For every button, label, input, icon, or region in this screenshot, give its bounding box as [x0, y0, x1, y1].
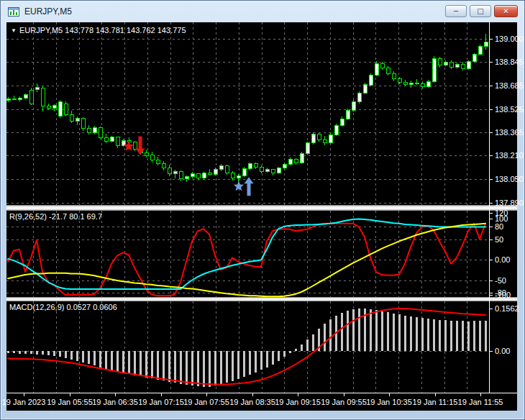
- time-tick: [206, 393, 207, 396]
- price-label: 138.210: [495, 151, 524, 160]
- price-label-tick: [490, 155, 493, 156]
- rci-level-label-tick: [490, 239, 493, 240]
- price-label: 138.525: [495, 105, 524, 114]
- price-label: 138.050: [495, 175, 524, 183]
- price-panel: ▼EURJPY,M5 143.778 143.781 143.762 143.7…: [6, 22, 489, 205]
- rci-level-label: 80: [495, 222, 503, 231]
- rci-line-2: [8, 219, 485, 289]
- time-tick: [435, 393, 436, 396]
- rci-level-label-tick: [490, 260, 493, 260]
- candlesticks: [6, 34, 488, 182]
- restore-button[interactable]: □: [470, 5, 491, 17]
- symbol-ohlc-text: EURJPY,M5 143.778 143.781 143.762 143.77…: [19, 26, 186, 35]
- price-label: 139.000: [495, 35, 524, 43]
- macd-chart[interactable]: [6, 301, 489, 393]
- chart-client-area: ▼EURJPY,M5 143.778 143.781 143.762 143.7…: [6, 22, 517, 411]
- vertical-gridlines: [34, 22, 467, 205]
- price-label-tick: [490, 86, 493, 86]
- candlestick-chart[interactable]: [6, 22, 489, 205]
- macd-level-label-tick: [490, 351, 493, 352]
- price-label: 138.685: [495, 81, 524, 90]
- buy-arrow-icon: [245, 177, 254, 196]
- rci-level-label: -100: [495, 291, 511, 299]
- titlebar[interactable]: EURJPY,M5 ─ □ ✕: [1, 1, 524, 22]
- rci-level-label-tick: [490, 293, 493, 293]
- price-label: 138.845: [495, 58, 524, 66]
- price-axis: 139.000138.845138.685138.525138.365138.2…: [489, 22, 517, 393]
- time-tick: [24, 393, 24, 396]
- price-label: 138.365: [495, 128, 524, 137]
- trade-signal-markers: [124, 137, 254, 196]
- rci-level-label: -50: [495, 276, 506, 285]
- rci-chart[interactable]: [6, 211, 489, 297]
- price-label-tick: [490, 62, 493, 63]
- rci-level-label-tick: [490, 227, 493, 227]
- symbol-ohlc-label: ▼EURJPY,M5 143.778 143.781 143.762 143.7…: [11, 26, 186, 35]
- price-label-tick: [490, 179, 493, 180]
- time-tick: [70, 393, 70, 396]
- macd-label: MACD(12,26,9) 0.0527 0.0606: [9, 303, 117, 311]
- minimize-button[interactable]: ─: [445, 5, 467, 17]
- macd-level-label-tick: [490, 309, 493, 309]
- time-tick: [389, 393, 390, 396]
- macd-level-label: 0.1562: [495, 304, 519, 313]
- time-tick: [298, 393, 298, 396]
- time-label: 19 Jan 11:55: [446, 398, 515, 406]
- panel-separator[interactable]: [6, 297, 517, 301]
- rci-indicator-panel: R(9,26,52) -21.7 80.1 69.7: [6, 211, 489, 297]
- time-tick: [161, 393, 162, 396]
- time-tick: [252, 393, 253, 396]
- rci-line-1: [8, 224, 485, 296]
- rci-level-label-tick: [490, 295, 493, 296]
- rci-level-label: 50: [495, 235, 503, 244]
- time-axis: 19 Jan 202319 Jan 05:5519 Jan 06:3519 Ja…: [6, 393, 517, 411]
- horizontal-gridlines: [6, 227, 489, 293]
- time-tick: [480, 393, 481, 396]
- vertical-gridlines: [34, 301, 467, 393]
- rci-level-label: 0.00: [495, 255, 510, 264]
- time-tick: [115, 393, 116, 396]
- chart-window: EURJPY,M5 ─ □ ✕ ▼EURJPY,M5 143.778 143.7…: [0, 0, 525, 420]
- rci-level-label-tick: [490, 280, 493, 281]
- time-tick: [344, 393, 344, 396]
- chart-icon[interactable]: [8, 7, 19, 17]
- price-label-tick: [490, 109, 493, 110]
- rci-line-3: [8, 224, 485, 297]
- macd-level-label: 0.00: [495, 347, 510, 355]
- price-label-tick: [490, 39, 493, 40]
- window-title: EURJPY,M5: [24, 6, 72, 17]
- rci-label: R(9,26,52) -21.7 80.1 69.7: [9, 212, 102, 221]
- macd-indicator-panel: MACD(12,26,9) 0.0527 0.0606: [6, 301, 489, 393]
- chevron-down-icon[interactable]: ▼: [11, 27, 17, 34]
- rci-level-label-tick: [490, 219, 493, 219]
- panel-separator[interactable]: [6, 205, 517, 211]
- price-label: 137.890: [495, 198, 524, 207]
- rci-level-label-tick: [490, 213, 493, 214]
- close-button[interactable]: ✕: [494, 5, 518, 17]
- price-label-tick: [490, 203, 493, 204]
- price-label-tick: [490, 132, 493, 133]
